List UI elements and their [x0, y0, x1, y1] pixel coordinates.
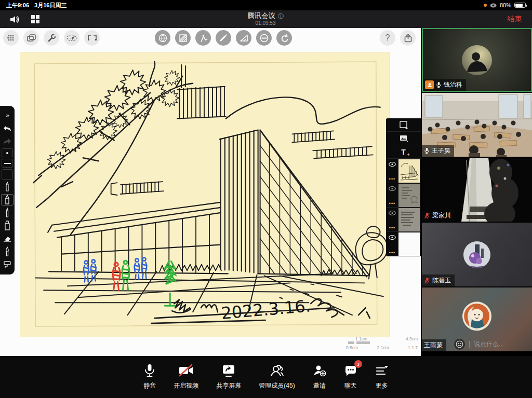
marker-tool[interactable] [1, 220, 14, 231]
drawing-toolbar-left [3, 30, 100, 46]
layer-thumbnail-text[interactable] [398, 208, 420, 231]
canvases-icon [27, 34, 36, 42]
brush-icon [5, 246, 10, 257]
import-image-button[interactable] [386, 132, 421, 145]
transform-button[interactable] [64, 30, 79, 46]
layer-row-3[interactable]: ••• [386, 208, 421, 232]
layer-thumbnail-notes[interactable] [398, 184, 420, 207]
microphone-icon [144, 364, 155, 378]
meeting-bottom-toolbar: 静音 开启视频 共享屏幕 管理成员(45) [0, 356, 532, 398]
layer-thumbnail-empty[interactable] [398, 232, 420, 256]
toolbar-label: 邀请 [313, 381, 326, 390]
loop-tool-button[interactable] [276, 30, 292, 46]
participant-name: 陈碧玉 [432, 276, 451, 285]
brush-tool[interactable] [1, 246, 14, 257]
pen-tool-2-selected[interactable] [1, 194, 14, 205]
mic-on-icon [436, 81, 442, 88]
loop-arrow-icon [280, 34, 289, 43]
layer-menu-button[interactable]: ••• [389, 203, 395, 204]
eraser-tool[interactable] [1, 233, 14, 244]
manage-members-button[interactable]: 管理成员(45) [259, 364, 295, 390]
minus-tool-button[interactable] [256, 30, 272, 46]
video-tile-3[interactable]: 梁家川 [422, 158, 532, 222]
start-video-button[interactable]: 开启视频 [174, 364, 198, 390]
pen-tool-3[interactable] [1, 207, 14, 218]
toolbar-label: 更多 [376, 381, 388, 390]
export-share-button[interactable] [400, 30, 416, 46]
rail-expand-button[interactable]: » [1, 109, 14, 121]
layout-grid-button[interactable] [31, 15, 39, 23]
video-tile-1[interactable]: 钱治科 [422, 28, 532, 92]
help-button[interactable]: ? [380, 30, 395, 46]
layer-menu-button[interactable]: ••• [389, 179, 395, 180]
architectural-sketch: 2022.3.16. [20, 52, 390, 337]
selection-button[interactable] [84, 30, 100, 46]
meeting-info-icon[interactable]: ⓘ [278, 13, 284, 20]
invite-button[interactable]: 邀请 [313, 364, 326, 390]
avatar [463, 241, 490, 268]
mute-button[interactable]: 静音 [143, 364, 156, 390]
green-tree [165, 262, 175, 306]
mic-muted-icon [424, 212, 430, 219]
end-meeting-button[interactable]: 结束 [507, 15, 522, 24]
selection-brackets-icon [88, 34, 97, 42]
fill-tool-button[interactable] [175, 30, 191, 46]
canvases-button[interactable] [23, 30, 39, 46]
brush-opacity-swatch[interactable] [2, 159, 13, 168]
layer-row-2[interactable]: ••• [386, 183, 421, 208]
compass-tool-button[interactable] [195, 30, 211, 46]
set-square-tool-button[interactable] [236, 30, 251, 46]
toolbar-label: 管理成员(45) [259, 381, 295, 390]
layer-menu-button[interactable]: ••• [389, 252, 395, 253]
battery-icon [514, 3, 526, 8]
pen-tool-1[interactable] [1, 181, 14, 193]
toolbar-label: 开启视频 [174, 381, 198, 390]
layer-thumbnail-sketch[interactable] [398, 159, 420, 183]
text-tool-button[interactable]: T+ [386, 145, 421, 159]
emoji-button[interactable] [454, 339, 465, 350]
speaker-button[interactable] [9, 15, 20, 24]
roller-tool[interactable] [1, 259, 14, 270]
layer-row-1[interactable]: ••• [386, 159, 421, 183]
measurement-readout: 1.1cm 4.3cm 0.5cm 2.1cm 1:1.7 [344, 336, 420, 351]
participant-label: 梁家川 [422, 210, 455, 222]
eraser-icon [3, 236, 11, 242]
sphere-tool-button[interactable] [155, 30, 170, 46]
status-time: 上午9:06 [6, 2, 29, 9]
color-swatch[interactable] [2, 169, 13, 180]
brush-size-swatch[interactable] [2, 148, 13, 157]
chat-input[interactable]: 说点什么... [474, 340, 504, 349]
redo-button[interactable] [1, 135, 14, 147]
new-page-button[interactable] [386, 118, 421, 132]
video-tile-5[interactable]: 王雨蒙 说点什么... [422, 287, 532, 351]
measure-width-2: 4.3cm [406, 336, 418, 342]
sphere-icon [158, 34, 167, 43]
eye-icon[interactable] [389, 162, 396, 167]
divider [469, 341, 470, 348]
mic-in-use-indicator-icon [484, 4, 487, 7]
video-tile-2[interactable]: 王子昊 [422, 93, 532, 157]
eye-icon[interactable] [389, 186, 396, 191]
pencil-tool-button[interactable] [216, 30, 231, 46]
settings-wrench-button[interactable] [44, 30, 59, 46]
layer-menu-button[interactable]: ••• [389, 227, 395, 228]
chat-button[interactable]: 3 聊天 [344, 364, 357, 390]
measure-ratio: 1:1.7 [408, 345, 418, 351]
meeting-timer: 01:09:53 [256, 20, 276, 26]
share-screen-button[interactable]: 共享屏幕 [216, 364, 241, 390]
video-tile-4[interactable]: 陈碧玉 [422, 223, 532, 286]
participant-label: 钱治科 [423, 79, 466, 91]
undo-button[interactable] [1, 122, 14, 134]
eye-icon[interactable] [389, 235, 396, 240]
eye-indicator-icon [490, 3, 497, 8]
quick-chat-bar: 说点什么... [454, 339, 504, 350]
sketch-canvas[interactable]: 2022.3.16. [20, 52, 390, 337]
participant-label: 陈碧玉 [422, 275, 455, 286]
mic-muted-icon [424, 277, 430, 284]
set-square-icon [240, 34, 248, 42]
toolbar-label: 静音 [143, 381, 156, 390]
eye-icon[interactable] [389, 211, 396, 215]
more-button[interactable]: 更多 [375, 364, 389, 390]
layer-row-4[interactable]: ••• [386, 232, 421, 256]
gallery-button[interactable] [3, 30, 19, 46]
